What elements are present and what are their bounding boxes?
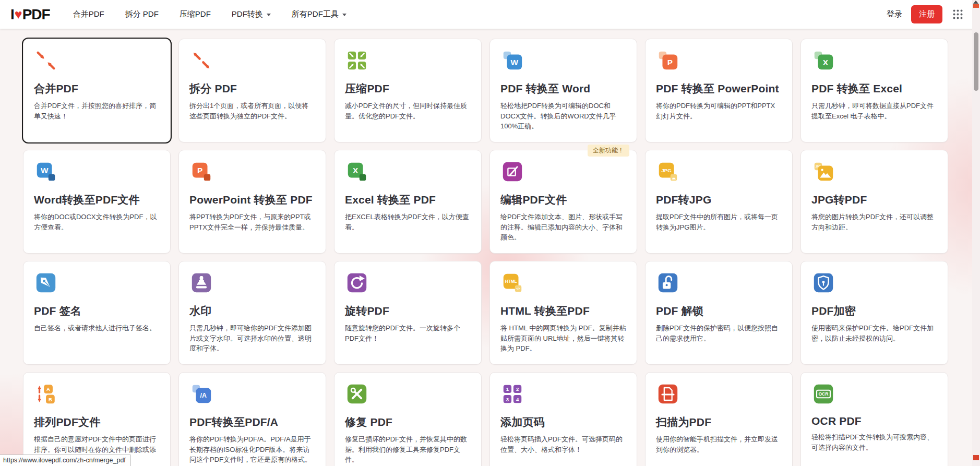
page-numbers-icon: 1234 <box>500 382 626 409</box>
tool-card-repair-pdf[interactable]: 修复 PDF 修复已损坏的PDF文件，并恢复其中的数据。利用我们的修复工具来修复… <box>334 372 482 466</box>
protect-pdf-icon <box>811 271 937 298</box>
logo[interactable]: I ♥ PDF <box>10 6 50 23</box>
tool-card-organize-pdf[interactable]: AB 排列PDF文件 根据自己的意愿对PDF文件中的页面进行排序。你可以随时在你… <box>23 372 171 466</box>
nav-item-split[interactable]: 拆分 PDF <box>125 9 159 19</box>
navbar: I ♥ PDF 合并PDF 拆分 PDF 压缩PDF PDF转换 所有PDF工具… <box>0 0 980 29</box>
tool-card-watermark[interactable]: 水印 只需几秒钟，即可给你的PDF文件添加图片或文字水印。可选择水印的位置、透明… <box>178 261 326 365</box>
tool-description: 只需几秒钟，即可将数据直接从PDF文件提取至Excel 电子表格中。 <box>811 101 937 121</box>
tool-card-pdf-to-powerpoint[interactable]: P PDF 转换至 PowerPoint 将你的PDF转换为可编辑的PPT和PP… <box>645 39 793 142</box>
tool-title: PDF 转换至 Word <box>500 81 626 96</box>
tool-title: PDF 签名 <box>34 304 160 318</box>
chevron-down-icon <box>342 14 346 16</box>
tool-description: 将你的PDF转换为PDF/A。PDF/A是用于长期存档的ISO标准化PDF版本。… <box>189 434 315 465</box>
tool-card-protect-pdf[interactable]: PDF加密 使用密码来保护PDF文件。给PDF文件加密，以防止未经授权的访问。 <box>800 261 948 365</box>
svg-text:X: X <box>823 58 829 67</box>
pdf-to-word-icon: W <box>500 49 626 76</box>
pdf-to-powerpoint-icon: P <box>656 49 782 76</box>
tool-description: 给PDF文件添加文本、图片、形状或手写的注释。编辑已添加内容的大小、字体和颜色。 <box>500 212 626 243</box>
tool-card-powerpoint-to-pdf[interactable]: P PowerPoint 转换至 PDF 将PPT转换为PDF文件，与原来的PP… <box>178 150 326 254</box>
tool-card-scan-to-pdf[interactable]: 扫描为PDF 使用你的智能手机扫描文件，并立即发送到你的浏览器。 <box>645 372 793 466</box>
nav-item-merge-label: 合并PDF <box>73 9 104 19</box>
tool-description: 拆分出1个页面，或者所有页面，以便将这些页面转换为独立的PDF文件。 <box>189 101 315 121</box>
tool-card-excel-to-pdf[interactable]: X Excel 转换至 PDF 把EXCEL表格转换为PDF文件，以方便查看。 <box>334 150 482 254</box>
html-to-pdf-icon: HTML</> <box>500 271 626 298</box>
nav-item-split-label: 拆分 PDF <box>125 9 159 19</box>
tool-card-sign-pdf[interactable]: PDF 签名 自己签名，或者请求他人进行电子签名。 <box>23 261 171 365</box>
tool-description: 使用密码来保护PDF文件。给PDF文件加密，以防止未经授权的访问。 <box>811 323 937 343</box>
tool-description: 将你的PDF转换为可编辑的PPT和PPTX幻灯片文件。 <box>656 101 782 121</box>
excel-to-pdf-icon: X <box>345 160 471 187</box>
svg-text:W: W <box>41 166 49 175</box>
tool-description: 轻松地把PDF转换为可编辑的DOC和DOCX文件。转换后的WORD文件几乎100… <box>500 101 626 132</box>
chevron-down-icon <box>267 14 271 16</box>
scrollbar-marker-bottom <box>973 455 979 460</box>
tool-card-pdf-to-word[interactable]: W PDF 转换至 Word 轻松地把PDF转换为可编辑的DOC和DOCX文件。… <box>489 39 637 142</box>
tool-card-jpg-to-pdf[interactable]: JPG JPG转PDF 将您的图片转换为PDF文件，还可以调整方向和边距。 <box>800 150 948 254</box>
apps-grid-icon[interactable] <box>951 8 964 21</box>
tool-title: 水印 <box>189 304 315 318</box>
organize-pdf-icon: AB <box>34 382 160 409</box>
nav-item-all-tools-label: 所有PDF工具 <box>292 9 339 19</box>
powerpoint-to-pdf-icon: P <box>189 160 315 187</box>
nav-right: 登录 注册 <box>887 5 964 23</box>
tool-title: PDF 转换至 PowerPoint <box>656 81 782 96</box>
tool-card-merge-pdf[interactable]: 合并PDF 合并PDF文件，并按照您的喜好排序，简单又快速！ <box>23 39 171 142</box>
tool-title: 修复 PDF <box>345 415 471 429</box>
scan-to-pdf-icon <box>656 382 782 409</box>
tool-title: 合并PDF <box>34 81 160 96</box>
tool-card-pdf-to-jpg[interactable]: JPG PDF转JPG 提取PDF文件中的所有图片，或将每一页转换为JPG图片。 <box>645 150 793 254</box>
tool-description: 轻松将页码插入PDF文件。可选择页码的位置、大小、格式和字体！ <box>500 434 626 455</box>
scrollbar-thumb[interactable] <box>974 32 978 91</box>
register-button[interactable]: 注册 <box>911 5 942 23</box>
tool-description: 将您的图片转换为PDF文件，还可以调整方向和边距。 <box>811 212 937 232</box>
svg-text:JPG: JPG <box>662 168 672 173</box>
pdf-to-jpg-icon: JPG <box>656 160 782 187</box>
tool-card-unlock-pdf[interactable]: PDF 解锁 删除PDF文件的保护密码，以便您按照自己的需求使用它。 <box>645 261 793 365</box>
jpg-to-pdf-icon: JPG <box>811 160 937 187</box>
tool-description: 删除PDF文件的保护密码，以便您按照自己的需求使用它。 <box>656 323 782 343</box>
rotate-pdf-icon <box>345 271 471 298</box>
tool-description: 随意旋转您的PDF文件。一次旋转多个PDF文件！ <box>345 323 471 343</box>
tool-card-pdf-to-pdfa[interactable]: /A PDF转换至PDF/A 将你的PDF转换为PDF/A。PDF/A是用于长期… <box>178 372 326 466</box>
tool-title: 排列PDF文件 <box>34 415 160 429</box>
tool-title: Excel 转换至 PDF <box>345 193 471 207</box>
scrollbar-up-arrow[interactable] <box>973 1 978 4</box>
svg-text:3: 3 <box>506 397 509 402</box>
tool-card-word-to-pdf[interactable]: W Word转换至PDF文件 将你的DOC或DOCX文件转换为PDF，以方便查看… <box>23 150 171 254</box>
tool-title: Word转换至PDF文件 <box>34 193 160 207</box>
tool-title: 拆分 PDF <box>189 81 315 96</box>
svg-text:P: P <box>667 58 673 67</box>
tool-card-compress-pdf[interactable]: 压缩PDF 减小PDF文件的尺寸，但同时保持最佳质量。优化您的PDF文件。 <box>334 39 482 142</box>
nav-item-merge[interactable]: 合并PDF <box>73 9 104 19</box>
nav-item-all-tools[interactable]: 所有PDF工具 <box>292 9 346 19</box>
tool-description: 只需几秒钟，即可给你的PDF文件添加图片或文字水印。可选择水印的位置、透明度和字… <box>189 323 315 354</box>
logo-text-i: I <box>10 6 14 23</box>
tool-title: HTML 转换至PDF <box>500 304 626 318</box>
svg-text:1: 1 <box>506 386 509 392</box>
svg-text:2: 2 <box>516 386 519 392</box>
tool-card-rotate-pdf[interactable]: 旋转PDF 随意旋转您的PDF文件。一次旋转多个PDF文件！ <box>334 261 482 365</box>
merge-arrows-icon <box>34 49 160 76</box>
login-link[interactable]: 登录 <box>887 9 902 19</box>
content: 合并PDF 合并PDF文件，并按照您的喜好排序，简单又快速！ 拆分 PDF 拆分… <box>0 29 971 466</box>
tool-description: 减小PDF文件的尺寸，但同时保持最佳质量。优化您的PDF文件。 <box>345 101 471 121</box>
tool-card-page-numbers[interactable]: 1234 添加页码 轻松将页码插入PDF文件。可选择页码的位置、大小、格式和字体… <box>489 372 637 466</box>
tool-card-html-to-pdf[interactable]: HTML</> HTML 转换至PDF 将 HTML 中的网页转换为 PDF。复… <box>489 261 637 365</box>
svg-text:W: W <box>511 58 519 67</box>
tool-title: PDF转JPG <box>656 193 782 207</box>
tool-card-edit-pdf[interactable]: 全新功能！ 编辑PDF文件 给PDF文件添加文本、图片、形状或手写的注释。编辑已… <box>489 150 637 254</box>
status-bar: https://www.ilovepdf.com/zh-cn/merge_pdf <box>0 455 131 466</box>
svg-text:HTML: HTML <box>505 279 517 284</box>
tool-card-split-pdf[interactable]: 拆分 PDF 拆分出1个页面，或者所有页面，以便将这些页面转换为独立的PDF文件… <box>178 39 326 142</box>
nav-item-convert[interactable]: PDF转换 <box>232 9 271 19</box>
svg-text:4: 4 <box>516 397 519 402</box>
svg-text:</>: </> <box>516 287 520 290</box>
tool-title: PDF转换至PDF/A <box>189 415 315 429</box>
tool-title: PDF 转换至 Excel <box>811 81 937 96</box>
tool-title: 压缩PDF <box>345 81 471 96</box>
scrollbar[interactable] <box>972 0 980 466</box>
nav-item-compress[interactable]: 压缩PDF <box>180 9 211 19</box>
tool-card-pdf-to-excel[interactable]: X PDF 转换至 Excel 只需几秒钟，即可将数据直接从PDF文件提取至Ex… <box>800 39 948 142</box>
tool-card-ocr-pdf[interactable]: OCR OCR PDF 轻松将扫描PDF文件转换为可搜索内容、可选择内容的文件。 <box>800 372 948 466</box>
tool-description: 根据自己的意愿对PDF文件中的页面进行排序。你可以随时在你的文件中删除或添 <box>34 434 160 455</box>
